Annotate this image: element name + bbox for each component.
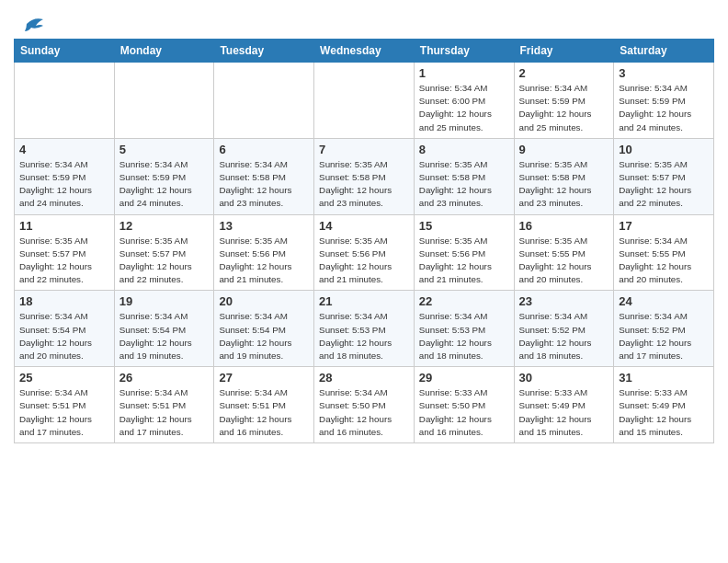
day-info: Sunrise: 5:34 AM Sunset: 5:53 PM Dayligh…	[419, 310, 509, 362]
day-info: Sunrise: 5:34 AM Sunset: 5:51 PM Dayligh…	[19, 386, 109, 439]
day-number: 11	[19, 219, 109, 233]
day-info: Sunrise: 5:35 AM Sunset: 5:58 PM Dayligh…	[319, 158, 409, 211]
day-info: Sunrise: 5:34 AM Sunset: 5:53 PM Dayligh…	[319, 310, 409, 362]
day-number: 25	[19, 371, 109, 385]
calendar-week-4: 18Sunrise: 5:34 AM Sunset: 5:54 PM Dayli…	[15, 291, 714, 367]
day-number: 21	[319, 294, 409, 308]
day-info: Sunrise: 5:35 AM Sunset: 5:55 PM Dayligh…	[519, 235, 609, 287]
logo-bird-icon	[17, 15, 45, 33]
day-number: 22	[419, 294, 509, 308]
day-number: 27	[219, 371, 309, 385]
day-info: Sunrise: 5:35 AM Sunset: 5:57 PM Dayligh…	[19, 235, 109, 287]
day-info: Sunrise: 5:34 AM Sunset: 5:54 PM Dayligh…	[219, 310, 309, 362]
calendar-cell: 27Sunrise: 5:34 AM Sunset: 5:51 PM Dayli…	[214, 367, 314, 443]
calendar-header-thursday: Thursday	[414, 40, 514, 63]
calendar-table: SundayMondayTuesdayWednesdayThursdayFrid…	[14, 39, 714, 443]
calendar-header-row: SundayMondayTuesdayWednesdayThursdayFrid…	[15, 40, 714, 63]
calendar-cell: 25Sunrise: 5:34 AM Sunset: 5:51 PM Dayli…	[15, 367, 115, 443]
day-info: Sunrise: 5:34 AM Sunset: 5:51 PM Dayligh…	[119, 386, 210, 439]
calendar-cell: 2Sunrise: 5:34 AM Sunset: 5:59 PM Daylig…	[514, 63, 614, 139]
day-number: 31	[619, 371, 709, 385]
day-number: 17	[619, 219, 709, 233]
day-info: Sunrise: 5:34 AM Sunset: 5:50 PM Dayligh…	[319, 386, 409, 439]
day-info: Sunrise: 5:34 AM Sunset: 5:54 PM Dayligh…	[119, 310, 210, 362]
calendar-header-wednesday: Wednesday	[314, 40, 415, 63]
calendar-cell: 28Sunrise: 5:34 AM Sunset: 5:50 PM Dayli…	[314, 367, 415, 443]
day-number: 3	[619, 66, 709, 80]
day-number: 16	[519, 219, 609, 233]
day-number: 1	[419, 66, 509, 80]
day-number: 12	[119, 219, 210, 233]
day-number: 9	[519, 143, 609, 156]
day-info: Sunrise: 5:34 AM Sunset: 5:59 PM Dayligh…	[119, 158, 210, 211]
calendar-header-monday: Monday	[114, 40, 214, 63]
day-number: 15	[419, 219, 509, 233]
header	[14, 9, 714, 33]
calendar-cell: 17Sunrise: 5:34 AM Sunset: 5:55 PM Dayli…	[614, 214, 714, 291]
day-number: 2	[519, 66, 609, 80]
calendar-cell: 7Sunrise: 5:35 AM Sunset: 5:58 PM Daylig…	[314, 138, 415, 214]
calendar-cell: 18Sunrise: 5:34 AM Sunset: 5:54 PM Dayli…	[15, 291, 115, 367]
day-info: Sunrise: 5:34 AM Sunset: 5:59 PM Dayligh…	[619, 82, 709, 134]
calendar-cell: 29Sunrise: 5:33 AM Sunset: 5:50 PM Dayli…	[414, 367, 514, 443]
calendar-cell: 23Sunrise: 5:34 AM Sunset: 5:52 PM Dayli…	[514, 291, 614, 367]
day-number: 26	[119, 371, 210, 385]
calendar-cell: 19Sunrise: 5:34 AM Sunset: 5:54 PM Dayli…	[114, 291, 214, 367]
day-info: Sunrise: 5:35 AM Sunset: 5:57 PM Dayligh…	[119, 235, 210, 287]
calendar-cell: 15Sunrise: 5:35 AM Sunset: 5:56 PM Dayli…	[414, 214, 514, 291]
day-number: 23	[519, 294, 609, 308]
day-number: 8	[419, 143, 509, 156]
calendar-header-saturday: Saturday	[614, 40, 714, 63]
day-number: 6	[219, 143, 309, 156]
calendar-cell: 12Sunrise: 5:35 AM Sunset: 5:57 PM Dayli…	[114, 214, 214, 291]
calendar-cell: 26Sunrise: 5:34 AM Sunset: 5:51 PM Dayli…	[114, 367, 214, 443]
calendar-cell: 3Sunrise: 5:34 AM Sunset: 5:59 PM Daylig…	[614, 63, 714, 139]
calendar-cell: 21Sunrise: 5:34 AM Sunset: 5:53 PM Dayli…	[314, 291, 415, 367]
calendar-cell: 16Sunrise: 5:35 AM Sunset: 5:55 PM Dayli…	[514, 214, 614, 291]
day-number: 13	[219, 219, 309, 233]
day-info: Sunrise: 5:35 AM Sunset: 5:58 PM Dayligh…	[519, 158, 609, 211]
day-number: 24	[619, 294, 709, 308]
day-info: Sunrise: 5:35 AM Sunset: 5:56 PM Dayligh…	[219, 235, 309, 287]
day-info: Sunrise: 5:35 AM Sunset: 5:56 PM Dayligh…	[419, 235, 509, 287]
day-number: 28	[319, 371, 409, 385]
day-info: Sunrise: 5:34 AM Sunset: 5:54 PM Dayligh…	[19, 310, 109, 362]
calendar-week-2: 4Sunrise: 5:34 AM Sunset: 5:59 PM Daylig…	[15, 138, 714, 214]
calendar-cell: 1Sunrise: 5:34 AM Sunset: 6:00 PM Daylig…	[414, 63, 514, 139]
calendar-cell	[214, 63, 314, 139]
day-info: Sunrise: 5:35 AM Sunset: 5:58 PM Dayligh…	[419, 158, 509, 211]
day-info: Sunrise: 5:33 AM Sunset: 5:50 PM Dayligh…	[419, 386, 509, 439]
day-number: 30	[519, 371, 609, 385]
day-number: 19	[119, 294, 210, 308]
day-info: Sunrise: 5:35 AM Sunset: 5:57 PM Dayligh…	[619, 158, 709, 211]
calendar-cell: 11Sunrise: 5:35 AM Sunset: 5:57 PM Dayli…	[15, 214, 115, 291]
day-info: Sunrise: 5:33 AM Sunset: 5:49 PM Dayligh…	[619, 386, 709, 439]
day-info: Sunrise: 5:34 AM Sunset: 5:59 PM Dayligh…	[19, 158, 109, 211]
calendar-cell: 9Sunrise: 5:35 AM Sunset: 5:58 PM Daylig…	[514, 138, 614, 214]
day-number: 5	[119, 143, 210, 156]
calendar-header-friday: Friday	[514, 40, 614, 63]
day-info: Sunrise: 5:34 AM Sunset: 5:59 PM Dayligh…	[519, 82, 609, 134]
calendar-week-5: 25Sunrise: 5:34 AM Sunset: 5:51 PM Dayli…	[15, 367, 714, 443]
day-number: 4	[19, 143, 109, 156]
calendar-cell: 31Sunrise: 5:33 AM Sunset: 5:49 PM Dayli…	[614, 367, 714, 443]
calendar-cell	[114, 63, 214, 139]
calendar-week-3: 11Sunrise: 5:35 AM Sunset: 5:57 PM Dayli…	[15, 214, 714, 291]
day-info: Sunrise: 5:34 AM Sunset: 5:51 PM Dayligh…	[219, 386, 309, 439]
day-info: Sunrise: 5:34 AM Sunset: 5:52 PM Dayligh…	[619, 310, 709, 362]
calendar-cell: 6Sunrise: 5:34 AM Sunset: 5:58 PM Daylig…	[214, 138, 314, 214]
calendar-cell: 14Sunrise: 5:35 AM Sunset: 5:56 PM Dayli…	[314, 214, 415, 291]
day-number: 18	[19, 294, 109, 308]
calendar-week-1: 1Sunrise: 5:34 AM Sunset: 6:00 PM Daylig…	[15, 63, 714, 139]
calendar-cell: 20Sunrise: 5:34 AM Sunset: 5:54 PM Dayli…	[214, 291, 314, 367]
day-number: 14	[319, 219, 409, 233]
day-info: Sunrise: 5:34 AM Sunset: 5:58 PM Dayligh…	[219, 158, 309, 211]
day-info: Sunrise: 5:34 AM Sunset: 5:55 PM Dayligh…	[619, 235, 709, 287]
day-number: 29	[419, 371, 509, 385]
calendar-cell: 10Sunrise: 5:35 AM Sunset: 5:57 PM Dayli…	[614, 138, 714, 214]
calendar-body: 1Sunrise: 5:34 AM Sunset: 6:00 PM Daylig…	[15, 63, 714, 443]
day-number: 7	[319, 143, 409, 156]
calendar-cell	[15, 63, 115, 139]
calendar-cell: 22Sunrise: 5:34 AM Sunset: 5:53 PM Dayli…	[414, 291, 514, 367]
day-info: Sunrise: 5:33 AM Sunset: 5:49 PM Dayligh…	[519, 386, 609, 439]
